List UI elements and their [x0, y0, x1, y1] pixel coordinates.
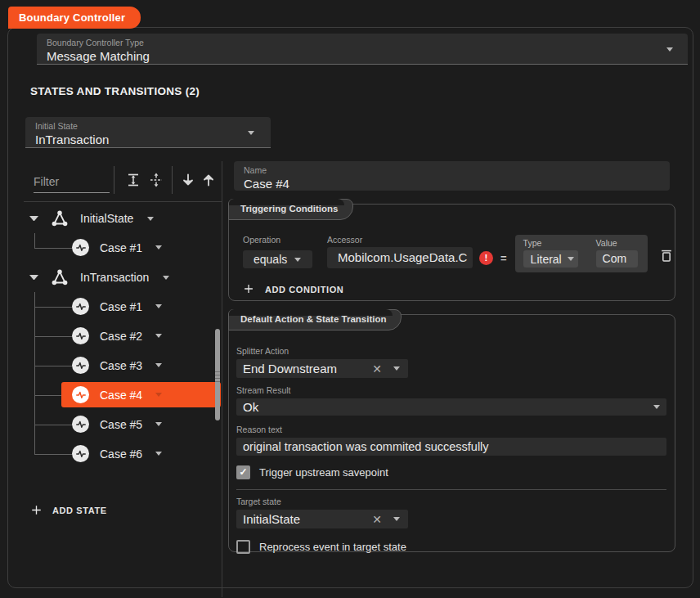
- comparison-value-group: Type Literal Value Com: [515, 235, 648, 272]
- collapse-all-button[interactable]: [148, 172, 164, 188]
- target-state-select[interactable]: InitialState ✕: [236, 510, 408, 528]
- tree-case-row[interactable]: Case #5: [34, 410, 222, 439]
- reprocess-checkbox-row[interactable]: Reprocess event in target state: [236, 540, 666, 554]
- move-down-button[interactable]: [180, 172, 196, 188]
- state-tree: InitialState Case #1: [24, 204, 222, 469]
- chevron-down-icon[interactable]: [147, 217, 154, 221]
- checkbox-unchecked-icon[interactable]: [236, 540, 250, 554]
- tree-case-row[interactable]: Case #6: [34, 439, 222, 469]
- boundary-controller-badge: Boundary Controller: [8, 7, 141, 29]
- type-group: Type Literal: [523, 238, 578, 272]
- case-name: Case #5: [100, 418, 142, 431]
- tree-state-row-intransaction[interactable]: InTransaction: [24, 263, 222, 292]
- case-name: Case #1: [100, 241, 142, 254]
- tree-scrollbar[interactable]: [215, 329, 220, 420]
- chevron-down-icon[interactable]: [393, 366, 400, 371]
- controller-type-select[interactable]: Boundary Controller Type Message Matchin…: [37, 34, 688, 65]
- tree-toolbar: [24, 160, 222, 202]
- tree-case-row-selected[interactable]: Case #4: [34, 380, 222, 410]
- case-name: Case #1: [100, 300, 142, 313]
- chevron-down-icon[interactable]: [155, 422, 162, 426]
- tree-case-row[interactable]: Case #1: [34, 292, 222, 321]
- stream-result-select[interactable]: Ok: [236, 398, 666, 416]
- trigger-savepoint-checkbox-row[interactable]: ✓ Trigger upstream savepoint: [236, 465, 666, 479]
- toolbar-divider: [114, 166, 114, 194]
- state-name: InTransaction: [80, 271, 149, 284]
- chevron-down-icon: [294, 258, 301, 262]
- chevron-down-icon[interactable]: [155, 452, 162, 456]
- accessor-input[interactable]: Mobilcom.UsageData.C: [327, 247, 473, 268]
- name-value: Case #4: [234, 175, 670, 191]
- tree-case-row[interactable]: Case #3: [34, 351, 222, 380]
- operation-group: Operation equals: [243, 235, 312, 268]
- tab-label: Triggering Conditions: [240, 204, 338, 214]
- chevron-down-icon: [248, 131, 254, 135]
- move-up-button[interactable]: [200, 172, 217, 188]
- case-name-field[interactable]: Name Case #4: [234, 161, 670, 191]
- states-tree-panel: InitialState Case #1: [24, 160, 222, 545]
- expand-vertical-icon: [125, 172, 141, 188]
- chevron-down-icon[interactable]: [163, 276, 169, 280]
- trash-icon: [658, 247, 675, 263]
- operation-label: Operation: [243, 235, 312, 245]
- initial-state-select[interactable]: Initial State InTransaction: [25, 117, 271, 148]
- stream-result-value: Ok: [243, 400, 258, 414]
- tree-state-row-initialstate[interactable]: InitialState: [24, 204, 222, 233]
- chevron-down-icon[interactable]: [155, 245, 162, 250]
- chevron-down-icon[interactable]: [155, 363, 162, 367]
- tree-case-row[interactable]: Case #2: [34, 321, 222, 351]
- controller-type-value: Message Matching: [37, 47, 688, 63]
- badge-label: Boundary Controller: [19, 11, 125, 24]
- expand-all-button[interactable]: [125, 172, 141, 188]
- clear-icon[interactable]: ✕: [372, 363, 382, 375]
- operation-select[interactable]: equals: [243, 250, 312, 268]
- splitter-action-value: End Downstream: [243, 362, 372, 375]
- arrow-down-icon: [180, 172, 196, 188]
- error-icon: !: [479, 251, 493, 265]
- accessor-label: Accessor: [327, 235, 473, 245]
- state-machine-icon: [51, 268, 69, 286]
- chevron-down-icon: [568, 257, 574, 261]
- reason-text-input[interactable]: original transaction was commited succes…: [236, 438, 666, 456]
- splitter-action-select[interactable]: End Downstream ✕: [236, 359, 408, 378]
- chevron-down-icon[interactable]: [393, 517, 400, 521]
- value-input[interactable]: Com: [596, 250, 638, 268]
- checkbox-checked-icon[interactable]: ✓: [236, 465, 250, 479]
- triggering-conditions-panel: Triggering Conditions Operation equals A…: [228, 204, 675, 301]
- expander-triangle-icon[interactable]: [29, 216, 38, 222]
- clear-icon[interactable]: ✕: [372, 514, 382, 525]
- default-action-tab: Default Action & State Transition: [228, 309, 402, 330]
- chevron-down-icon: [666, 47, 673, 52]
- tree-case-row[interactable]: Case #1: [34, 233, 222, 263]
- chevron-down-icon[interactable]: [155, 393, 162, 397]
- controller-type-label: Boundary Controller Type: [37, 34, 688, 47]
- delete-condition-button[interactable]: [658, 247, 675, 263]
- add-condition-label: ADD CONDITION: [265, 285, 343, 295]
- filter-input[interactable]: [34, 170, 110, 193]
- state-name: InitialState: [80, 212, 133, 225]
- type-select[interactable]: Literal: [523, 250, 578, 268]
- state-machine-icon: [51, 209, 69, 227]
- toolbar-divider: [172, 166, 173, 194]
- add-state-button[interactable]: ADD STATE: [30, 504, 107, 516]
- plus-icon: [30, 504, 43, 516]
- boundary-controller-panel: Boundary Controller Type Message Matchin…: [7, 27, 693, 588]
- initial-state-label: Initial State: [25, 117, 271, 131]
- case-detail-panel: Name Case #4 Triggering Conditions Opera…: [228, 161, 676, 552]
- chevron-down-icon[interactable]: [155, 304, 162, 308]
- plus-icon: [243, 283, 255, 295]
- chevron-down-icon: [653, 405, 660, 409]
- case-pulse-icon: [72, 386, 89, 403]
- chevron-down-icon[interactable]: [155, 334, 162, 338]
- target-state-label: Target state: [236, 497, 666, 506]
- case-name: Case #2: [100, 330, 142, 343]
- target-state-value: InitialState: [243, 512, 372, 526]
- reason-text-label: Reason text: [236, 425, 666, 434]
- case-pulse-icon: [72, 298, 89, 315]
- case-pulse-icon: [72, 416, 89, 433]
- accessor-group: Accessor Mobilcom.UsageData.C: [327, 235, 473, 268]
- case-pulse-icon: [72, 239, 89, 256]
- add-condition-button[interactable]: ADD CONDITION: [243, 283, 675, 295]
- expander-triangle-icon[interactable]: [29, 275, 38, 281]
- reprocess-label: Reprocess event in target state: [259, 541, 406, 553]
